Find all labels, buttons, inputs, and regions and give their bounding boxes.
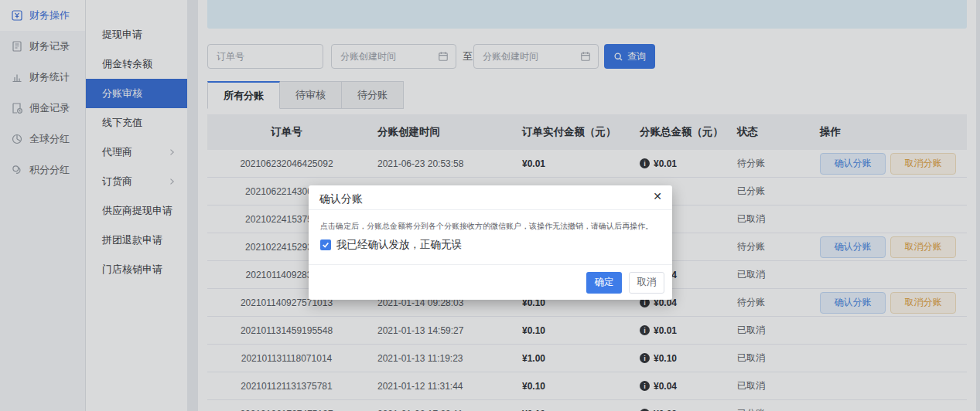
confirm-split-dialog: 确认分账 ✕ 点击确定后，分账总金额将分到各个分账接收方的微信账户，该操作无法撤…	[309, 185, 672, 300]
dialog-cancel-button[interactable]: 取消	[629, 272, 664, 294]
checkbox-label: 我已经确认发放，正确无误	[336, 237, 462, 253]
dialog-confirm-button[interactable]: 确定	[586, 272, 622, 294]
dialog-footer: 确定 取消	[309, 264, 672, 300]
confirm-checkbox[interactable]	[320, 239, 331, 250]
dialog-message: 点击确定后，分账总金额将分到各个分账接收方的微信账户，该操作无法撤销，请确认后再…	[320, 220, 661, 232]
close-icon[interactable]: ✕	[653, 191, 662, 202]
dialog-title: 确认分账	[309, 185, 672, 210]
